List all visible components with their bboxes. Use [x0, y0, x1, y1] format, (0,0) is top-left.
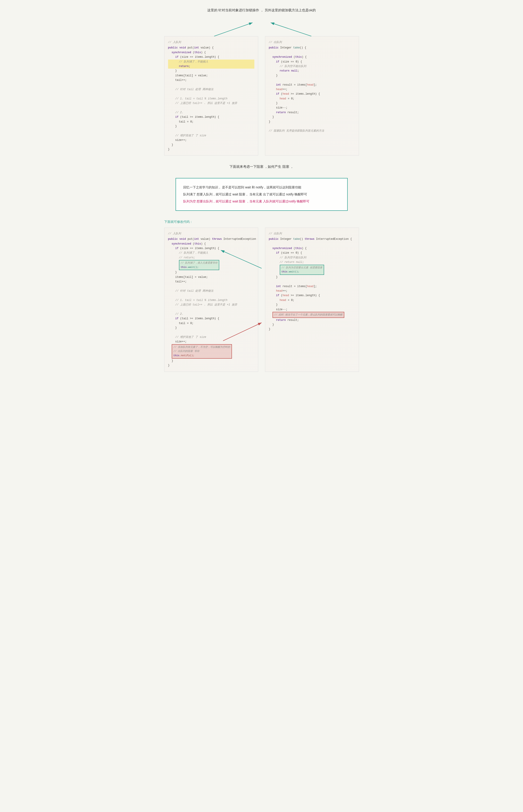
- info-line-3: 队列为空 想要出队列，就可以通过 wait 阻塞 ，当有元素 入队列就可以通过n…: [183, 198, 340, 205]
- first-code-section: // 入队列 public void put(int value) { sync…: [164, 20, 359, 155]
- info-line-1: 回忆一下之前学习的知识， 是不是可以想到 wait 和 notify，这两就可以…: [183, 184, 340, 191]
- second-code-section: // 入队列 public void put(int value) throws…: [164, 227, 359, 372]
- code-panels-row-1: // 入队列 public void put(int value) { sync…: [164, 36, 359, 155]
- wait-annotation-dequeue: // 队列为空想要出元素 就需要阻塞 this.wait();: [280, 265, 324, 275]
- enqueue-panel-2: // 入队列 public void put(int value) throws…: [164, 227, 258, 372]
- notify-annotation-enqueue: // 添加队列有元素了，不为空，可以唤醒为空时的 // 出队列的阻塞 等待 th…: [172, 344, 232, 359]
- code-panels-row-2: // 入队列 public void put(int value) throws…: [164, 227, 359, 372]
- info-line-2: 队列满了 想要入队列，就可以通过 wait 阻塞， 当有元素 出了就可以通过 n…: [183, 191, 340, 198]
- enqueue-panel-1: // 入队列 public void put(int value) { sync…: [164, 36, 258, 155]
- mid-text: 下面就来考虑一下阻塞 ，如何产生 阻塞 ，: [164, 165, 359, 169]
- dequeue-panel-1: // 出队列 public Integer take() { synchroni…: [265, 36, 359, 155]
- dequeue-title-1: // 出队列: [269, 40, 355, 44]
- mid-section-text: 下面就来考虑一下阻塞 ，如何产生 阻塞 ，: [230, 165, 293, 168]
- enqueue-title-1: // 入队列: [168, 40, 254, 44]
- info-box: 回忆一下之前学习的知识， 是不是可以想到 wait 和 notify，这两就可以…: [176, 178, 348, 210]
- top-annotation: 这里的 针对当前对象进行加锁操作 ， 另外这里的锁加载方法上也是ok的: [164, 7, 359, 14]
- notify-annotation-dequeue: // 此时 相当于出了一个元素，那么队列的阻塞量就可以唤醒: [272, 312, 344, 318]
- enqueue-title-2: // 入队列: [168, 232, 254, 236]
- annotation-text: 这里的 针对当前对象进行加锁操作 ， 另外这里的锁加载方法上也是ok的: [207, 8, 315, 12]
- mod-title: 下面就可修改代码：: [164, 220, 359, 224]
- svg-line-2: [271, 23, 311, 36]
- mod-title-text: 下面就可修改代码：: [164, 220, 193, 223]
- dequeue-title-2: // 出队列: [269, 232, 355, 236]
- svg-line-1: [214, 23, 253, 36]
- dequeue-panel-2: // 出队列 public Integer take() throws Inte…: [265, 227, 359, 372]
- wait-annotation-enqueue: // 队列满了，插入元素需要等待 this.wait();: [179, 260, 219, 270]
